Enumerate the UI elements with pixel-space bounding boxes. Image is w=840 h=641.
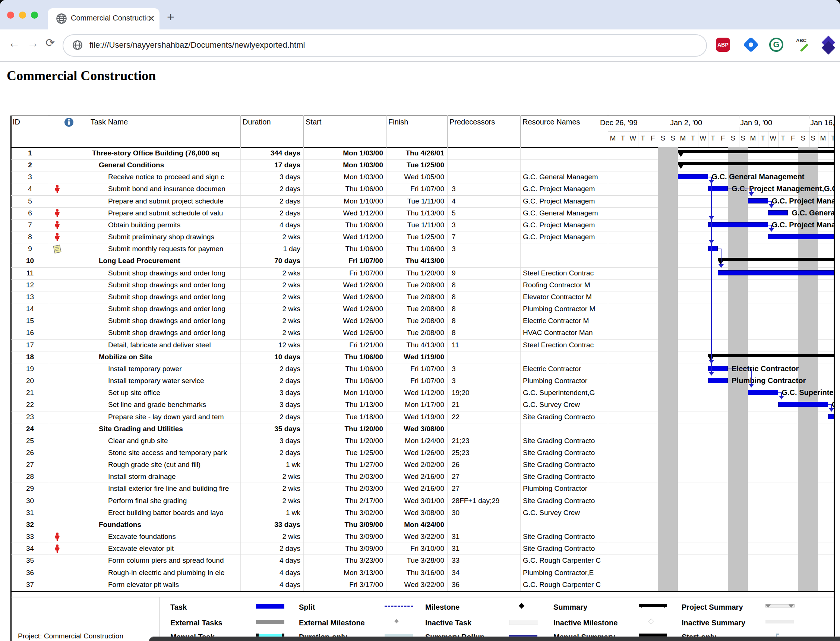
- reload-icon[interactable]: ⟳: [45, 36, 55, 49]
- task-bar[interactable]: [828, 414, 834, 419]
- spellcheck-icon[interactable]: ABC: [796, 38, 811, 53]
- task-start: Thu 3/09/00: [303, 544, 383, 553]
- legend-swatch-inactive-milestone: [639, 618, 669, 626]
- task-name: Obtain building permits: [108, 221, 239, 229]
- task-bar[interactable]: [678, 174, 708, 179]
- task-duration: 3 days: [240, 389, 300, 397]
- task-predecessors: 4: [452, 197, 520, 205]
- grammarly-icon[interactable]: G: [769, 38, 784, 53]
- url-text[interactable]: file:///Users/nayyershahbaz/Documents/ne…: [89, 40, 305, 50]
- task-bar[interactable]: [708, 378, 728, 383]
- task-bar[interactable]: [778, 402, 828, 407]
- task-duration: 2 days: [240, 197, 300, 205]
- task-name: Site Grading and Utilities: [99, 425, 239, 433]
- task-start: Thu 1/06/00: [303, 365, 383, 373]
- gantt-bar-label: G.C. General Management: [712, 172, 805, 181]
- task-start: Thu 3/23/00: [303, 556, 383, 565]
- task-predecessors: 21;23: [452, 437, 520, 445]
- zoom-window-button[interactable]: [31, 11, 38, 19]
- legend-swatch-end: [766, 604, 771, 608]
- day-letter: M: [818, 134, 828, 142]
- gantt-chart: MTWTFSSMTWTFSSMTWTFSSMTG.C. General Mana…: [608, 116, 834, 591]
- tab-strip: Commercial Construction Pag ✕ +: [0, 0, 840, 29]
- task-duration: 4 days: [240, 581, 300, 589]
- column-header-predecessors: Predecessors: [449, 118, 495, 126]
- task-bar[interactable]: [768, 234, 834, 239]
- tag-extension-icon[interactable]: [744, 38, 759, 53]
- task-resources: HVAC Contractor Man: [523, 329, 607, 337]
- task-predecessors: 27: [452, 473, 520, 481]
- task-bar[interactable]: [718, 270, 834, 275]
- link-arrow-icon: [779, 396, 784, 399]
- task-resources: Site Grading Contracto: [523, 461, 607, 469]
- task-id: 11: [11, 269, 49, 277]
- task-predecessors: 31: [452, 544, 520, 553]
- task-id: 26: [11, 449, 49, 457]
- link-line: [768, 201, 771, 201]
- task-finish: Wed 1/19/00: [386, 353, 444, 361]
- task-start: Fri 1/07/00: [303, 269, 383, 277]
- task-bar[interactable]: [748, 198, 768, 203]
- legend-label-split: Split: [299, 603, 315, 612]
- task-finish: Wed 3/08/00: [386, 425, 444, 433]
- url-bar[interactable]: file:///Users/nayyershahbaz/Documents/ne…: [63, 34, 707, 56]
- task-resources: Roofing Contractor M: [523, 281, 607, 289]
- minimize-window-button[interactable]: [19, 11, 26, 19]
- site-info-globe-icon[interactable]: [72, 40, 83, 50]
- task-id: 34: [11, 544, 49, 553]
- task-resources: Electric Contractor M: [523, 317, 607, 325]
- task-finish: Fri 3/10/00: [386, 544, 444, 553]
- task-finish: Tue 1/25/00: [386, 233, 444, 241]
- task-finish: Tue 2/08/00: [386, 281, 444, 289]
- resource-person-icon: [54, 184, 60, 193]
- day-letter: T: [688, 134, 698, 142]
- legend-swatch-inactive-summary: [766, 618, 796, 626]
- task-finish: Wed 2/02/00: [386, 461, 444, 469]
- task-start: Thu 1/20/00: [303, 425, 383, 433]
- task-id: 20: [11, 377, 49, 385]
- task-resources: G.C. Survey Crew: [523, 401, 607, 409]
- task-duration: 3 days: [240, 437, 300, 445]
- column-header-start: Start: [306, 118, 321, 126]
- browser-tab[interactable]: Commercial Construction Pag ✕: [48, 8, 159, 29]
- task-id: 37: [11, 581, 49, 589]
- day-letter: S: [728, 134, 738, 142]
- summary-start-triangle: [678, 164, 684, 169]
- task-finish: Fri 1/07/00: [386, 365, 444, 373]
- day-letter: S: [658, 134, 668, 142]
- task-finish: Thu 1/06/00: [386, 245, 444, 253]
- task-id: 2: [11, 161, 49, 169]
- column-separator: [386, 116, 386, 147]
- back-icon[interactable]: ←: [8, 36, 20, 50]
- legend-label-external-milestone: External Milestone: [299, 618, 365, 627]
- summary-bar: [678, 162, 834, 165]
- task-predecessors: 7: [452, 233, 520, 241]
- day-letter: M: [608, 134, 618, 142]
- task-bar[interactable]: [708, 246, 718, 251]
- tab-close-icon[interactable]: ✕: [148, 13, 155, 24]
- task-duration: 2 wks: [240, 281, 300, 289]
- task-start: Wed 1/26/00: [303, 305, 383, 313]
- task-name: Install exterior fire line and building …: [108, 485, 239, 493]
- forward-icon[interactable]: →: [27, 36, 39, 50]
- task-start: Mon 1/10/00: [303, 389, 383, 397]
- task-predecessors: 11: [452, 341, 520, 349]
- task-predecessors: 21: [452, 401, 520, 409]
- task-predecessors: 3: [452, 185, 520, 193]
- new-tab-button[interactable]: +: [167, 10, 174, 24]
- task-bar[interactable]: [768, 210, 788, 216]
- close-window-button[interactable]: [7, 11, 14, 19]
- task-bar[interactable]: [708, 222, 768, 227]
- task-start: Fri 1/21/00: [303, 341, 383, 349]
- task-id: 9: [11, 245, 49, 253]
- task-predecessors: 8: [452, 329, 520, 337]
- task-bar[interactable]: [748, 390, 778, 395]
- layers-extension-icon[interactable]: [821, 38, 836, 53]
- task-id: 33: [11, 533, 49, 541]
- task-id: 27: [11, 461, 49, 469]
- adblock-plus-icon[interactable]: ABP: [716, 38, 731, 53]
- task-finish: Tue 3/28/00: [386, 556, 444, 565]
- column-header-task-name: Task Name: [90, 118, 128, 126]
- task-name: Receive notice to proceed and sign c: [108, 173, 239, 181]
- task-name: Set line and grade benchmarks: [108, 401, 239, 409]
